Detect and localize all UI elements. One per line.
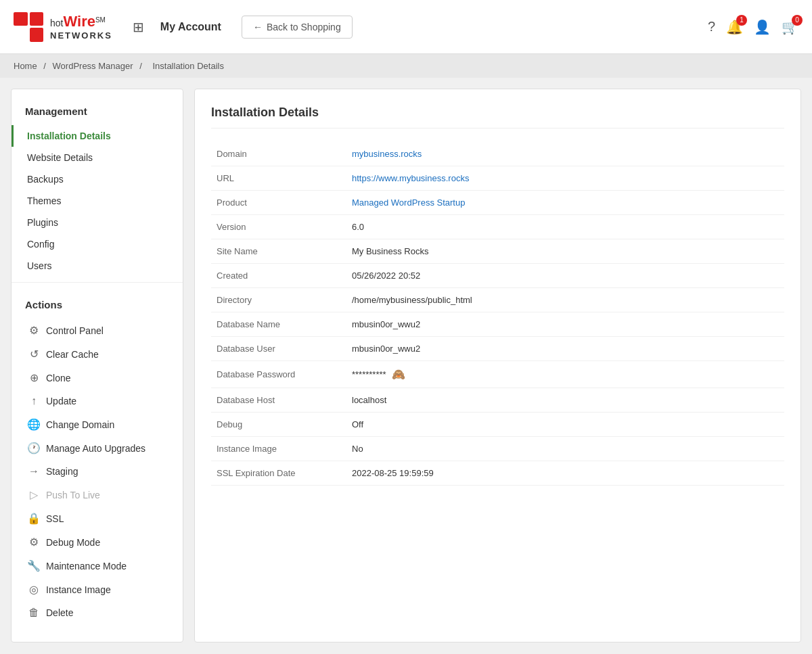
backups-label: Backups (27, 174, 64, 185)
staging-icon: → (27, 465, 41, 477)
grid-icon: ⊞ (133, 19, 144, 35)
table-row: Version6.0 (211, 215, 784, 239)
sidebar-item-users[interactable]: Users (12, 255, 183, 277)
sidebar-item-ssl[interactable]: 🔒 SSL (12, 507, 183, 530)
detail-value: mbusin0or_wwu2 (346, 337, 784, 361)
back-to-shopping-button[interactable]: ← Back to Shopping (242, 16, 353, 39)
header: hotWireSM NETWORKS ⊞ My Account ← Back t… (0, 0, 812, 54)
header-right: ? 🔔 1 👤 🛒 0 (708, 19, 798, 35)
sidebar: Management Installation Details Website … (11, 89, 183, 643)
table-row: URLhttps://www.mybusiness.rocks (211, 166, 784, 191)
manage-auto-upgrades-label: Manage Auto Upgrades (46, 443, 145, 454)
plugins-label: Plugins (27, 217, 58, 228)
sidebar-item-delete[interactable]: 🗑 Delete (12, 601, 183, 624)
table-row: Site NameMy Business Rocks (211, 239, 784, 264)
breadcrumb-sep-2: / (139, 61, 142, 71)
sidebar-item-update[interactable]: ↑ Update (12, 390, 183, 413)
update-icon: ↑ (27, 395, 41, 407)
user-icon: 👤 (754, 19, 771, 35)
table-row: Instance ImageNo (211, 437, 784, 461)
sidebar-item-backups[interactable]: Backups (12, 168, 183, 190)
detail-link[interactable]: Managed WordPress Startup (352, 197, 465, 208)
sidebar-item-staging[interactable]: → Staging (12, 460, 183, 483)
notification-badge: 1 (736, 15, 747, 26)
sidebar-item-debug-mode[interactable]: ⚙ Debug Mode (12, 530, 183, 554)
cart-badge: 0 (792, 15, 803, 26)
instance-image-label: Instance Image (46, 584, 111, 595)
sidebar-item-change-domain[interactable]: 🌐 Change Domain (12, 413, 183, 436)
sidebar-item-instance-image[interactable]: ◎ Instance Image (12, 578, 183, 601)
debug-mode-label: Debug Mode (46, 537, 100, 548)
details-table: Domainmybusiness.rocksURLhttps://www.myb… (211, 142, 784, 486)
table-row: Created05/26/2022 20:52 (211, 264, 784, 288)
cart-button[interactable]: 🛒 0 (782, 19, 798, 35)
detail-label: Database Name (211, 312, 346, 337)
logo-sq-1 (14, 12, 28, 26)
sidebar-item-maintenance-mode[interactable]: 🔧 Maintenance Mode (12, 554, 183, 578)
breadcrumb-sep-1: / (43, 61, 46, 71)
sidebar-item-manage-auto-upgrades[interactable]: 🕐 Manage Auto Upgrades (12, 436, 183, 460)
detail-label: SSL Expiration Date (211, 461, 346, 486)
table-row: Database Namembusin0or_wwu2 (211, 312, 784, 337)
sidebar-item-control-panel[interactable]: ⚙ Control Panel (12, 319, 183, 342)
clear-cache-label: Clear Cache (46, 349, 99, 360)
delete-icon: 🗑 (27, 607, 41, 619)
maintenance-mode-label: Maintenance Mode (46, 561, 127, 571)
sidebar-item-website-details[interactable]: Website Details (12, 147, 183, 168)
detail-value: Off (346, 413, 784, 437)
ssl-icon: 🔒 (27, 512, 41, 525)
detail-value: My Business Rocks (346, 239, 784, 264)
help-button[interactable]: ? (708, 19, 715, 34)
detail-label: Database Password (211, 361, 346, 388)
detail-label: Directory (211, 288, 346, 312)
sidebar-item-plugins[interactable]: Plugins (12, 212, 183, 233)
sidebar-item-themes[interactable]: Themes (12, 190, 183, 212)
detail-link[interactable]: https://www.mybusiness.rocks (352, 173, 469, 183)
my-account-label: My Account (160, 21, 221, 33)
installation-details-label: Installation Details (27, 131, 111, 141)
logo-sq-4 (30, 28, 44, 42)
toggle-password-icon[interactable]: 🙈 (392, 368, 405, 381)
detail-value: 05/26/2022 20:52 (346, 264, 784, 288)
detail-label: Site Name (211, 239, 346, 264)
detail-value: Managed WordPress Startup (346, 191, 784, 215)
detail-label: Database User (211, 337, 346, 361)
sidebar-item-config[interactable]: Config (12, 233, 183, 255)
control-panel-icon: ⚙ (27, 324, 41, 337)
password-value: ********** (352, 369, 386, 379)
users-label: Users (27, 260, 52, 271)
breadcrumb-home[interactable]: Home (14, 61, 37, 71)
detail-link[interactable]: mybusiness.rocks (352, 149, 422, 159)
themes-label: Themes (27, 195, 62, 206)
account-button[interactable]: 👤 (754, 19, 771, 35)
logo-hot: hot (50, 18, 63, 28)
table-row: Database Usermbusin0or_wwu2 (211, 337, 784, 361)
main-content: Management Installation Details Website … (0, 78, 812, 653)
notifications-button[interactable]: 🔔 1 (726, 19, 743, 35)
sidebar-item-clear-cache[interactable]: ↺ Clear Cache (12, 342, 183, 366)
breadcrumb-wordpress-manager[interactable]: WordPress Manager (53, 61, 133, 71)
clone-icon: ⊕ (27, 371, 41, 384)
logo: hotWireSM NETWORKS (14, 12, 112, 42)
help-icon: ? (708, 19, 715, 34)
table-row: Domainmybusiness.rocks (211, 142, 784, 166)
sidebar-item-clone[interactable]: ⊕ Clone (12, 366, 183, 390)
logo-brand: hotWireSM (50, 13, 112, 30)
logo-wire: Wire (63, 13, 95, 30)
actions-title: Actions (12, 294, 183, 319)
detail-value: 2022-08-25 19:59:59 (346, 461, 784, 486)
detail-value: 6.0 (346, 215, 784, 239)
detail-label: Domain (211, 142, 346, 166)
debug-mode-icon: ⚙ (27, 536, 41, 548)
logo-sq-3 (14, 28, 28, 42)
detail-label: Database Host (211, 388, 346, 413)
detail-value: No (346, 437, 784, 461)
detail-label: Debug (211, 413, 346, 437)
table-row: Database Password**********🙈 (211, 361, 784, 388)
change-domain-icon: 🌐 (27, 418, 41, 431)
sidebar-item-installation-details[interactable]: Installation Details (12, 125, 183, 147)
table-row: Directory/home/mybusiness/public_html (211, 288, 784, 312)
maintenance-mode-icon: 🔧 (27, 559, 41, 572)
breadcrumb: Home / WordPress Manager / Installation … (0, 54, 812, 78)
update-label: Update (46, 396, 76, 406)
